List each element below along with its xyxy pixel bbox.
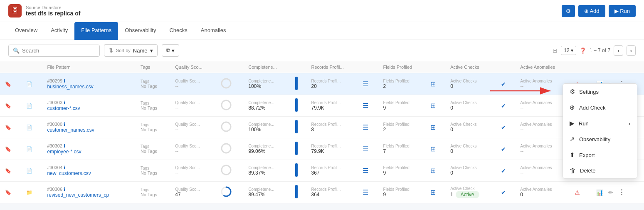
- run-icon: ▶: [570, 120, 575, 127]
- context-menu-settings[interactable]: ⚙ Settings: [563, 84, 637, 100]
- row-more-button[interactable]: ⋮: [617, 188, 627, 197]
- filter-icon: ⧉: [166, 47, 170, 54]
- context-menu-export-label: Export: [579, 152, 595, 158]
- datasource-info: Source Datastore test dfs is replica of: [26, 5, 80, 17]
- col-quality-header: Quality Sco...: [170, 61, 243, 73]
- tab-overview[interactable]: Overview: [8, 22, 44, 40]
- context-menu: ⚙ Settings ⊕ Add Check ▶ Run ↗ Observabi…: [563, 83, 637, 179]
- sort-control[interactable]: ⇅ Sort by Name ▾: [104, 44, 158, 57]
- sort-value: Name: [133, 48, 148, 54]
- export-icon: ⬆: [570, 151, 575, 159]
- datasource-name: test dfs is replica of: [26, 10, 80, 17]
- table-row: 🔖 📄 #30299 ℹ business_names.csv Tags No …: [0, 73, 644, 95]
- top-bar-right: ⚙ ⊕ Add ▶ Run: [562, 5, 636, 17]
- active-status-badge: Active: [456, 191, 479, 198]
- file-icon: 📄: [26, 103, 32, 109]
- bookmark-icon[interactable]: 🔖: [5, 190, 11, 195]
- completeness-cell: Completene... 100%: [243, 73, 290, 95]
- sort-icon: ⇅: [109, 47, 114, 54]
- tab-observability[interactable]: Observability: [118, 22, 163, 40]
- col-tags-header: Tags: [136, 61, 170, 73]
- tab-file-patterns[interactable]: File Patterns: [74, 22, 118, 40]
- records-cell: Records Profil... 20: [306, 73, 358, 95]
- help-icon: ❓: [580, 48, 586, 54]
- bookmark-icon[interactable]: 🔖: [5, 103, 11, 109]
- file-icon: 📄: [26, 125, 32, 130]
- tab-checks[interactable]: Checks: [163, 22, 194, 40]
- toolbar-right: ⊟ 12 ▾ ❓ 1 – 7 of 7 ‹ ›: [553, 45, 636, 56]
- svg-point-0: [222, 79, 231, 88]
- tab-anomalies[interactable]: Anomalies: [194, 22, 233, 40]
- col-actions-header: [590, 61, 644, 73]
- context-menu-run[interactable]: ▶ Run: [563, 115, 637, 131]
- col-anomalies-header: Active Anomalies: [515, 61, 589, 73]
- bookmark-icon[interactable]: 🔖: [5, 125, 11, 130]
- context-menu-settings-label: Settings: [579, 89, 599, 95]
- col-info-header: File Pattern: [42, 61, 136, 73]
- sort-label: Sort by: [116, 48, 131, 53]
- bookmark-icon[interactable]: 🔖: [5, 168, 11, 174]
- bookmark-icon[interactable]: 🔖: [5, 81, 11, 87]
- table-container: File Pattern Tags Quality Sco... Complet…: [0, 61, 644, 203]
- context-menu-delete[interactable]: 🗑 Delete: [563, 163, 637, 178]
- file-id: #30299 ℹ: [47, 78, 131, 84]
- run-button[interactable]: ▶ Run: [609, 5, 636, 17]
- search-box[interactable]: 🔍: [8, 45, 100, 57]
- quality-score-cell: Quality Sco... --: [170, 73, 215, 95]
- fields-cell: Fields Profiled 2: [378, 73, 426, 95]
- col-filetype-header: [21, 61, 42, 73]
- app-icon: 🗄: [8, 4, 22, 18]
- col-records-header: Records Profil...: [306, 61, 378, 73]
- search-input[interactable]: [22, 48, 95, 54]
- sort-chevron-icon: ▾: [150, 48, 153, 54]
- add-button[interactable]: ⊕ Add: [578, 5, 605, 17]
- search-icon: 🔍: [13, 48, 20, 54]
- context-menu-delete-label: Delete: [580, 168, 596, 174]
- toolbar-left: 🔍 ⇅ Sort by Name ▾ ⧉ ▾: [8, 44, 179, 57]
- tab-activity[interactable]: Activity: [44, 22, 74, 40]
- filetype-cell: 📄: [21, 73, 42, 95]
- per-page-selector[interactable]: 12 ▾: [561, 46, 576, 55]
- file-icon: 📁: [26, 190, 32, 195]
- svg-point-3: [222, 144, 231, 153]
- context-menu-add-check[interactable]: ⊕ Add Check: [563, 100, 637, 115]
- observability-icon: ↗: [570, 135, 575, 143]
- context-menu-export[interactable]: ⬆ Export: [563, 147, 637, 163]
- file-info-cell: #30299 ℹ business_names.csv: [42, 73, 136, 95]
- file-icon: 📄: [26, 81, 32, 87]
- filter-chevron-icon: ▾: [172, 48, 175, 54]
- table-row: 🔖 📄 #30304 ℹ new_customers.csv TagsNo Ta…: [0, 160, 644, 182]
- context-menu-observability-label: Observability: [579, 136, 610, 142]
- table-row: 🔖 📄 #30300 ℹ customer_names.csv TagsNo T…: [0, 117, 644, 138]
- table-row: 🔖 📄 #30302 ℹ employee-*.csv TagsNo Tags …: [0, 138, 644, 160]
- context-menu-run-label: Run: [579, 120, 589, 127]
- table-header-row: File Pattern Tags Quality Sco... Complet…: [0, 61, 644, 73]
- filter-button[interactable]: ⧉ ▾: [162, 44, 179, 57]
- checks-cell: Active Checks 0: [445, 73, 496, 95]
- settings-button[interactable]: ⚙: [562, 5, 575, 17]
- delete-icon: 🗑: [570, 167, 576, 174]
- table-row: 🔖 📁 #30306 ℹ revised_new_customers_cp Ta…: [0, 182, 644, 203]
- col-bookmark-header: [0, 61, 21, 73]
- top-bar: 🗄 Source Datastore test dfs is replica o…: [0, 0, 644, 22]
- col-fields-header: Fields Profiled: [378, 61, 446, 73]
- toolbar: 🔍 ⇅ Sort by Name ▾ ⧉ ▾ ⊟ 12 ▾ ❓ 1 – 7 of…: [0, 40, 644, 61]
- tags-cell: Tags No Tags: [136, 73, 170, 95]
- anomalies-cell: Active Anomalies --: [515, 73, 569, 95]
- prev-page-button[interactable]: ‹: [614, 45, 623, 56]
- nav-tabs: Overview Activity File Patterns Observab…: [0, 22, 644, 40]
- row-stats-button[interactable]: 📊: [595, 188, 605, 197]
- file-icon: 📄: [26, 146, 32, 152]
- svg-point-1: [222, 100, 231, 110]
- grid-view-icon[interactable]: ⊟: [553, 47, 558, 54]
- table-row: 🔖 📄 #30303 ℹ customer-*.csv TagsNo Tags …: [0, 95, 644, 117]
- next-page-button[interactable]: ›: [627, 45, 636, 56]
- col-completeness-header: Completene...: [243, 61, 306, 73]
- add-check-icon: ⊕: [570, 104, 575, 111]
- bookmark-icon[interactable]: 🔖: [5, 146, 11, 152]
- file-icon: 📄: [26, 168, 32, 174]
- row-edit-button[interactable]: ✏: [607, 188, 615, 197]
- context-menu-observability[interactable]: ↗ Observability: [563, 131, 637, 147]
- bookmark-cell: 🔖: [0, 73, 21, 95]
- file-name[interactable]: business_names.csv: [47, 84, 131, 90]
